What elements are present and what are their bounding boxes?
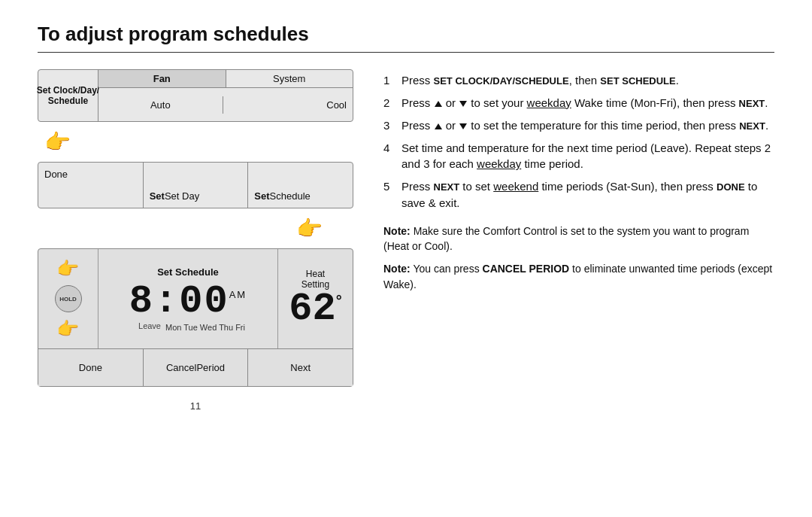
right-column: 1 Press Set Clock/Day/Schedule, then Set… bbox=[383, 69, 774, 502]
hold-area: 👈 HOLD 👈 bbox=[38, 249, 98, 348]
done-button[interactable]: Done bbox=[38, 349, 144, 386]
clock-day-label: Set Clock/Day/ Schedule bbox=[38, 70, 98, 121]
triangle-down-3 bbox=[459, 123, 467, 129]
step-5: 5 Press Next to set weekend time periods… bbox=[383, 178, 774, 211]
title-divider bbox=[38, 52, 774, 53]
cool-value: Cool bbox=[223, 96, 353, 114]
step-2: 2 Press or to set your weekday Wake time… bbox=[383, 95, 774, 111]
step-num-2: 2 bbox=[383, 95, 395, 111]
weekday-underline-4: weekday bbox=[477, 157, 521, 170]
note-1: Note: Make sure the Comfort Control is s… bbox=[383, 224, 774, 254]
key-next-5: Next bbox=[434, 181, 460, 193]
set-day-set: Set bbox=[150, 190, 165, 202]
set-schedule-title: Set Schedule bbox=[157, 266, 219, 278]
leave-label: Leave bbox=[138, 321, 161, 330]
system-tab: System bbox=[226, 70, 353, 87]
set-schedule-cell: Set Schedule bbox=[248, 163, 353, 208]
fan-system-panel: Set Clock/Day/ Schedule Fan System Auto … bbox=[38, 69, 353, 122]
weekend-underline: weekend bbox=[493, 180, 538, 193]
hand-icon-bottom: 👈 bbox=[57, 318, 80, 339]
step-text-1: Press Set Clock/Day/Schedule, then Set S… bbox=[401, 72, 679, 89]
step-3: 3 Press or to set the temperature for th… bbox=[383, 117, 774, 134]
key-next-3: Next bbox=[739, 120, 765, 132]
done-cell: Done bbox=[38, 163, 144, 208]
hand-icon-1: 👈 bbox=[45, 129, 71, 154]
instructions-list: 1 Press Set Clock/Day/Schedule, then Set… bbox=[383, 72, 774, 211]
step-text-3: Press or to set the temperature for this… bbox=[401, 117, 768, 134]
page-title: To adjust program schedules bbox=[38, 23, 774, 46]
set-sched-set: Set bbox=[254, 190, 269, 202]
note-2: Note: You can press CANCEL PERIOD to eli… bbox=[383, 261, 774, 292]
left-column: Set Clock/Day/ Schedule Fan System Auto … bbox=[38, 69, 353, 502]
mid-panel: Done Set Set Day Set Schedule bbox=[38, 162, 353, 208]
notes-section: Note: Make sure the Comfort Control is s… bbox=[383, 224, 774, 292]
step-text-4: Set time and temperature for the next ti… bbox=[401, 140, 774, 173]
step-num-4: 4 bbox=[383, 140, 395, 173]
hand-row-1: 👈 bbox=[38, 129, 353, 154]
days-display: Mon Tue Wed Thu Fri bbox=[165, 323, 245, 332]
note-1-bold: Note: bbox=[383, 225, 411, 237]
key-set-clock: Set Clock/Day/Schedule bbox=[434, 75, 569, 87]
hand-icon-2: 👈 bbox=[297, 216, 323, 241]
step-1: 1 Press Set Clock/Day/Schedule, then Set… bbox=[383, 72, 774, 89]
temp-display: 62° bbox=[289, 290, 341, 329]
triangle-down-2a bbox=[459, 101, 467, 107]
clock-time: 8:00 bbox=[129, 279, 229, 324]
bottom-buttons: Done CancelPeriod Next bbox=[38, 348, 353, 386]
triangle-up-2a bbox=[435, 101, 442, 107]
note-2-bold: Note: bbox=[383, 263, 411, 275]
hand-row-2: 👈 bbox=[38, 216, 353, 241]
clock-ampm: AM bbox=[229, 288, 247, 300]
step-num-1: 1 bbox=[383, 72, 395, 89]
heat-line1: Heat bbox=[306, 269, 325, 279]
step-4: 4 Set time and temperature for the next … bbox=[383, 140, 774, 173]
step-text-2: Press or to set your weekday Wake time (… bbox=[401, 95, 768, 111]
temp-value: 62 bbox=[289, 287, 335, 331]
clock-day-line1: Set Clock/Day/ bbox=[37, 85, 99, 96]
auto-value: Auto bbox=[98, 96, 223, 114]
fan-system-group: Fan System Auto Cool bbox=[98, 70, 353, 121]
fan-system-header: Fan System bbox=[98, 70, 353, 88]
step-num-3: 3 bbox=[383, 117, 395, 134]
page-number: 11 bbox=[38, 400, 353, 412]
triangle-up-3 bbox=[435, 123, 442, 129]
bottom-panel-inner: 👈 HOLD 👈 Set Schedule 8:00AM Leave Mon T… bbox=[38, 249, 353, 348]
hand-icon-top: 👈 bbox=[57, 258, 80, 279]
key-next-2: Next bbox=[739, 98, 765, 109]
fan-system-values: Auto Cool bbox=[98, 88, 353, 121]
next-button[interactable]: Next bbox=[248, 349, 353, 386]
clock-display: 8:00AM bbox=[129, 282, 247, 321]
clock-area: Set Schedule 8:00AM Leave Mon Tue Wed Th… bbox=[98, 249, 277, 348]
hold-button[interactable]: HOLD bbox=[55, 285, 82, 312]
step-text-5: Press Next to set weekend time periods (… bbox=[401, 178, 774, 211]
fan-tab: Fan bbox=[98, 70, 226, 87]
set-day-text: Set Day bbox=[165, 190, 199, 202]
set-day-cell: Set Set Day bbox=[144, 163, 249, 208]
key-done-5: Done bbox=[717, 181, 745, 193]
key-set-schedule: Set Schedule bbox=[600, 75, 675, 87]
cancel-period-key: CANCEL PERIOD bbox=[483, 263, 570, 275]
cancel-period-button[interactable]: CancelPeriod bbox=[144, 349, 249, 386]
heat-area: Heat Setting 62° bbox=[277, 249, 353, 348]
clock-day-line2: Schedule bbox=[48, 96, 88, 106]
degree-symbol: ° bbox=[336, 292, 342, 309]
weekday-underline-2: weekday bbox=[527, 96, 571, 109]
step-num-5: 5 bbox=[383, 178, 395, 211]
set-sched-text: Schedule bbox=[270, 190, 311, 202]
content-row: Set Clock/Day/ Schedule Fan System Auto … bbox=[38, 69, 774, 502]
bottom-panel: 👈 HOLD 👈 Set Schedule 8:00AM Leave Mon T… bbox=[38, 248, 353, 387]
